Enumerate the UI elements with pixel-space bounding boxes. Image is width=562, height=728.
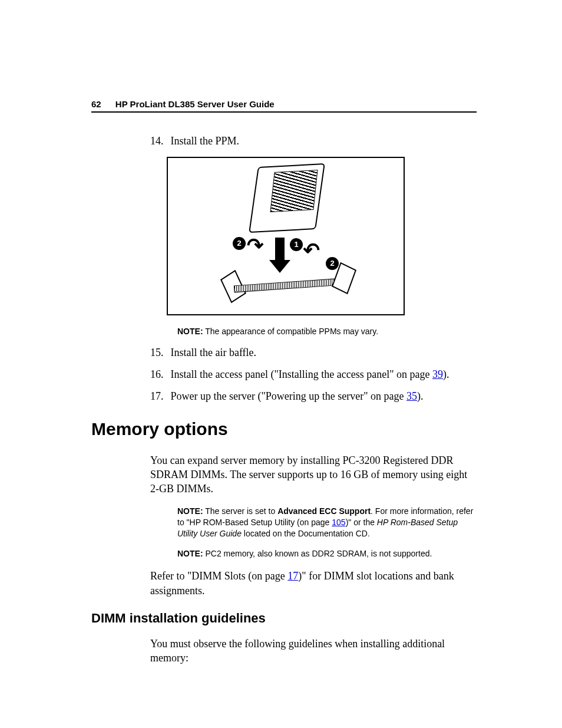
figure-note: NOTE: The appearance of compatible PPMs … [177, 326, 477, 337]
memory-note-pc2: NOTE: PC2 memory, also known as DDR2 SDR… [177, 548, 477, 559]
ppm-module-illustration [247, 163, 324, 233]
step-15: 15. Install the air baffle. [150, 347, 477, 359]
page-header: 62 HP ProLiant DL385 Server User Guide [91, 99, 477, 113]
step-number: 16. [150, 368, 168, 381]
document-title: HP ProLiant DL385 Server User Guide [115, 99, 275, 109]
down-arrow-icon [275, 238, 285, 261]
step-14: 14. Install the PPM. [150, 135, 477, 147]
figure-badge-2-right: 2 [326, 257, 339, 270]
memory-note-ecc: NOTE: The server is set to Advanced ECC … [177, 506, 477, 539]
step-16: 16. Install the access panel ("Installin… [150, 368, 477, 381]
step-text: Install the air baffle. [171, 347, 257, 358]
curved-arrow-icon: ↷ [303, 238, 320, 262]
note-text: located on the Documentation CD. [242, 529, 370, 538]
page-link-39[interactable]: 39 [432, 368, 443, 380]
step-17: 17. Power up the server ("Powering up th… [150, 390, 477, 403]
page-number: 62 [91, 99, 101, 109]
page-link-105[interactable]: 105 [332, 518, 345, 527]
page-link-17[interactable]: 17 [287, 570, 298, 582]
dimm-slot-illustration [226, 269, 349, 302]
note-label: NOTE: [177, 327, 203, 336]
step-text-after: ). [417, 390, 424, 402]
page-link-35[interactable]: 35 [406, 390, 417, 402]
memory-intro: You can expand server memory by installi… [150, 453, 477, 496]
note-text: PC2 memory, also known as DDR2 SDRAM, is… [205, 549, 432, 558]
note-text: The server is set to [205, 506, 277, 516]
note-text: The appearance of compatible PPMs may va… [205, 327, 378, 336]
memory-refer: Refer to "DIMM Slots (on page 17)" for D… [150, 569, 477, 598]
step-text-after: ). [443, 368, 449, 380]
refer-before: Refer to "DIMM Slots (on page [150, 570, 287, 582]
note-bold: Advanced ECC Support [277, 506, 371, 516]
step-number: 14. [150, 135, 168, 147]
note-label: NOTE: [177, 549, 203, 558]
figure-badge-2-left: 2 [233, 237, 246, 250]
dimm-intro: You must observe the following guideline… [150, 637, 477, 666]
note-text: )" or the [346, 518, 377, 527]
step-text-before: Install the access panel ("Installing th… [171, 368, 433, 380]
step-text-before: Power up the server ("Powering up the se… [171, 390, 407, 402]
heading-memory-options: Memory options [91, 419, 477, 439]
step-number: 15. [150, 347, 168, 359]
note-label: NOTE: [177, 506, 203, 516]
curved-arrow-icon: ↷ [247, 233, 263, 257]
step-text: Install the PPM. [171, 135, 240, 147]
ppm-install-figure: 2 ↷ 1 ↷ 2 [167, 157, 405, 315]
heading-dimm-guidelines: DIMM installation guidelines [91, 611, 477, 626]
step-number: 17. [150, 390, 168, 403]
figure-badge-1: 1 [290, 238, 303, 251]
